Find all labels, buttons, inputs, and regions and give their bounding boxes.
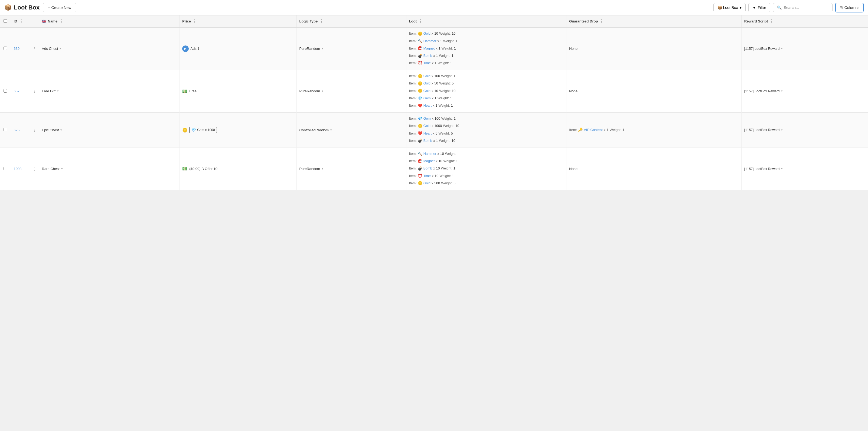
reward-dropdown-icon[interactable]: ▾ xyxy=(781,89,783,93)
row-id[interactable]: 675 xyxy=(11,112,30,148)
drag-handle-id[interactable]: ⋮ xyxy=(19,19,23,24)
top-right-actions: 📦 Loot Box ▾ ▼ Filter 🔍 ⊞ Columns xyxy=(713,3,864,12)
row-actions[interactable]: ⋮ xyxy=(30,112,39,148)
reward-script-value: [1157] LootBox Reward xyxy=(744,47,780,51)
search-icon: 🔍 xyxy=(777,5,782,10)
row-checkbox[interactable] xyxy=(3,167,7,170)
table-container: ID ⋮ 🇬🇧 Name ⋮ Price ⋮ xyxy=(0,16,868,190)
select-all-checkbox[interactable] xyxy=(3,19,7,23)
name-dropdown-icon[interactable]: ▾ xyxy=(60,47,61,50)
drag-handle-reward[interactable]: ⋮ xyxy=(770,19,774,24)
app-title: 📦 Loot Box xyxy=(4,4,39,11)
row-actions[interactable]: ⋮ xyxy=(30,70,39,112)
row-reward-script: [1157] LootBox Reward ▾ xyxy=(741,112,868,148)
table-row: 1098 ⋮ Rare Chest ▾ 💵 ($9.99) B Offer 10 xyxy=(0,148,868,190)
logic-type-value: PureRandom xyxy=(300,47,320,51)
price-coin-icon: 🪙 xyxy=(182,127,188,133)
create-new-label: + Create New xyxy=(48,5,71,10)
name-dropdown-icon[interactable]: ▾ xyxy=(61,167,63,171)
gem-price-label: Gem x 1000 xyxy=(197,128,215,132)
row-reward-script: [1157] LootBox Reward ▾ xyxy=(741,148,868,190)
reward-dropdown-icon[interactable]: ▾ xyxy=(781,47,783,50)
row-loot: Item:🔨Hammerx10Weight: Item:🧲Magnetx10We… xyxy=(406,148,566,190)
price-icon: 💵 xyxy=(182,89,188,94)
row-checkbox[interactable] xyxy=(3,89,7,93)
row-loot: Item:🪙Goldx10Weight:10 Item:🔨Hammerx1Wei… xyxy=(406,27,566,70)
row-id[interactable]: 657 xyxy=(11,70,30,112)
price-label: Free xyxy=(189,89,196,93)
row-reward-script: [1157] LootBox Reward ▾ xyxy=(741,70,868,112)
header-loot: Loot ⋮ xyxy=(406,16,566,27)
row-checkbox-cell[interactable] xyxy=(0,148,11,190)
table-row: 675 ⋮ Epic Chest ▾ 🪙 💎 Gem x 1000 xyxy=(0,112,868,148)
guaranteed-item-name: VIP Content xyxy=(584,128,603,132)
header-id-label: ID xyxy=(14,19,17,23)
lootbox-dropdown-button[interactable]: 📦 Loot Box ▾ xyxy=(713,3,746,12)
columns-icon: ⊞ xyxy=(840,5,843,10)
name-dropdown-icon[interactable]: ▾ xyxy=(60,128,62,132)
header-guaranteed-drop: Guaranteed Drop ⋮ xyxy=(566,16,742,27)
row-id[interactable]: 1098 xyxy=(11,148,30,190)
columns-button[interactable]: ⊞ Columns xyxy=(835,3,864,12)
row-checkbox-cell[interactable] xyxy=(0,70,11,112)
row-logic-type: PureRandom ▾ xyxy=(297,148,406,190)
header-name-label: Name xyxy=(48,19,57,23)
guaranteed-drop-value: None xyxy=(569,167,578,171)
header-checkbox[interactable] xyxy=(0,16,11,27)
logic-dropdown-icon[interactable]: ▾ xyxy=(322,89,323,93)
filter-icon: ▼ xyxy=(752,5,756,10)
drag-handle-price[interactable]: ⋮ xyxy=(192,19,197,24)
header-id: ID ⋮ xyxy=(11,16,30,27)
header-guaranteed-drop-label: Guaranteed Drop xyxy=(569,19,598,23)
row-loot: Item:🪙Goldx100Weight:1 Item:🪙Goldx50Weig… xyxy=(406,70,566,112)
gem-price-badge: 💎 Gem x 1000 xyxy=(189,127,217,133)
guaranteed-drop-value: None xyxy=(569,47,578,51)
row-name: Ads Chest ▾ xyxy=(39,27,180,70)
name-dropdown-icon[interactable]: ▾ xyxy=(57,89,59,93)
logic-dropdown-icon[interactable]: ▾ xyxy=(322,47,323,50)
drag-handle-guaranteed[interactable]: ⋮ xyxy=(599,19,604,24)
row-name-text: Rare Chest xyxy=(42,167,60,171)
filter-label: Filter xyxy=(758,5,766,10)
row-actions[interactable]: ⋮ xyxy=(30,148,39,190)
row-name-text: Epic Chest xyxy=(42,128,59,132)
row-guaranteed-drop: None xyxy=(566,27,742,70)
header-name: 🇬🇧 Name ⋮ xyxy=(39,16,180,27)
price-play-icon: ▶ xyxy=(182,45,189,52)
row-price: 💵 ($9.99) B Offer 10 xyxy=(180,148,297,190)
guaranteed-drop-value: None xyxy=(569,89,578,93)
filter-button[interactable]: ▼ Filter xyxy=(748,3,770,12)
search-input[interactable] xyxy=(784,5,829,10)
row-price: 💵 Free xyxy=(180,70,297,112)
table-row: 639 ⋮ Ads Chest ▾ ▶ Ads 1 PureRa xyxy=(0,27,868,70)
row-reward-script: [1157] LootBox Reward ▾ xyxy=(741,27,868,70)
drag-handle-logic[interactable]: ⋮ xyxy=(319,19,323,24)
drag-handle-loot[interactable]: ⋮ xyxy=(418,19,423,24)
header-logic-type-label: Logic Type xyxy=(300,19,318,23)
logic-dropdown-icon[interactable]: ▾ xyxy=(330,128,332,132)
create-new-button[interactable]: + Create New xyxy=(43,3,76,12)
row-checkbox[interactable] xyxy=(3,128,7,131)
row-checkbox[interactable] xyxy=(3,47,7,50)
app-icon: 📦 xyxy=(4,4,12,11)
header-logic-type: Logic Type ⋮ xyxy=(297,16,406,27)
price-label: ($9.99) B Offer 10 xyxy=(189,167,217,171)
row-checkbox-cell[interactable] xyxy=(0,27,11,70)
columns-label: Columns xyxy=(844,5,859,10)
guaranteed-icon: 🔑 xyxy=(578,127,583,132)
header-price-label: Price xyxy=(182,19,191,23)
row-id[interactable]: 639 xyxy=(11,27,30,70)
row-name-text: Ads Chest xyxy=(42,47,58,51)
drag-handle-name[interactable]: ⋮ xyxy=(59,19,63,24)
reward-script-value: [1157] LootBox Reward xyxy=(744,89,780,93)
header-row-actions xyxy=(30,16,39,27)
reward-dropdown-icon[interactable]: ▾ xyxy=(781,167,783,171)
chevron-down-icon: ▾ xyxy=(740,5,742,10)
header-reward-script-label: Reward Script xyxy=(744,19,768,23)
price-icon: 💵 xyxy=(182,166,188,172)
row-logic-type: PureRandom ▾ xyxy=(297,27,406,70)
logic-dropdown-icon[interactable]: ▾ xyxy=(322,167,323,171)
reward-dropdown-icon[interactable]: ▾ xyxy=(781,128,783,132)
row-actions[interactable]: ⋮ xyxy=(30,27,39,70)
row-checkbox-cell[interactable] xyxy=(0,112,11,148)
